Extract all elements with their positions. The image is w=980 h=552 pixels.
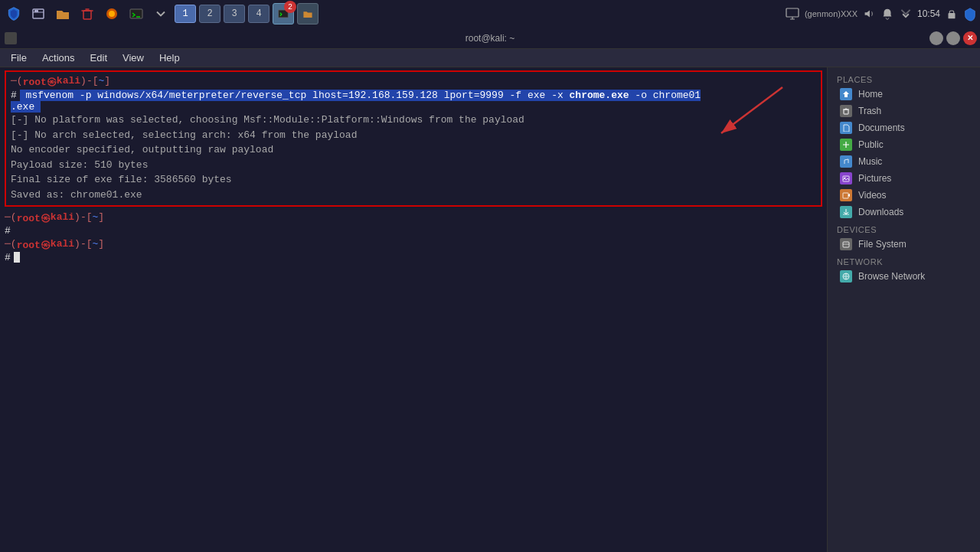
sidebar-item-public[interactable]: Public [828, 136, 980, 153]
taskbar: 1 2 3 4 2 (genmon)XXX 10:54 [0, 0, 980, 28]
sidebar-item-documents[interactable]: Documents [828, 119, 980, 136]
lock-icon[interactable] [945, 7, 959, 21]
workspace-4-button[interactable]: 4 [248, 5, 270, 23]
svg-rect-2 [83, 11, 91, 19]
svg-rect-12 [844, 109, 848, 114]
window-controls: ✕ [929, 31, 977, 45]
pictures-icon [840, 172, 852, 185]
svg-point-4 [109, 11, 115, 17]
home-icon [840, 88, 852, 100]
documents-icon [840, 122, 852, 134]
sidebar-item-filesystem[interactable]: File System [828, 236, 980, 253]
filesystem-icon [840, 238, 852, 250]
menu-file[interactable]: File [5, 51, 33, 65]
trash-icon[interactable] [77, 3, 98, 24]
terminal-main[interactable]: ─ (root㉿kali) - [~] # msfvenom -p window… [0, 67, 827, 552]
trash-sidebar-icon [840, 105, 852, 117]
terminal-badge: 2 [284, 1, 296, 13]
svg-rect-15 [843, 193, 848, 198]
sidebar-item-trash[interactable]: Trash [828, 103, 980, 119]
notification-icon[interactable] [880, 7, 894, 21]
menu-actions[interactable]: Actions [36, 51, 81, 65]
minimize-button[interactable] [929, 31, 943, 45]
terminal-window: root@kali: ~ ✕ File Actions Edit View He… [0, 28, 980, 552]
prompt-line-2: ─ (root㉿kali) - [~] [5, 211, 822, 225]
workspace-3-button[interactable]: 3 [224, 5, 245, 23]
menu-view[interactable]: View [116, 51, 150, 65]
user-info: (genmon)XXX [805, 9, 858, 18]
output-final-size: Final size of exe file: 3586560 bytes [11, 172, 816, 188]
second-terminal-block: ─ (root㉿kali) - [~] # [5, 211, 822, 237]
sidebar-item-home[interactable]: Home [828, 86, 980, 103]
terminal-content: ─ (root㉿kali) - [~] # msfvenom -p window… [0, 67, 980, 552]
devices-section: Devices File System [828, 224, 980, 253]
network-title: Network [828, 256, 980, 268]
msfvenom-command: msfvenom -p windows/x64/meterpreter/reve… [20, 90, 701, 101]
sidebar-item-downloads[interactable]: Downloads [828, 204, 980, 220]
network-section: Network Browse Network [828, 256, 980, 285]
downloads-icon [840, 206, 852, 218]
places-section: Places Home Trash Do [828, 73, 980, 220]
title-bar: root@kali: ~ ✕ [0, 28, 980, 49]
command-cont: .exe [11, 101, 41, 113]
command-line: # msfvenom -p windows/x64/meterpreter/re… [11, 90, 816, 101]
third-terminal-block: ─ (root㉿kali) - [~] # [5, 238, 822, 263]
svg-rect-7 [786, 8, 799, 17]
network-browse-icon [840, 270, 852, 283]
menu-help[interactable]: Help [153, 51, 186, 65]
menu-bar: File Actions Edit View Help [0, 49, 980, 67]
sidebar-item-videos[interactable]: Videos [828, 187, 980, 204]
clock: 10:54 [917, 8, 940, 19]
file-manager-sidebar: Places Home Trash Do [827, 67, 980, 552]
output-arch: [-] No arch selected, selecting arch: x6… [11, 128, 816, 143]
svg-rect-8 [949, 13, 956, 18]
window-title: root@kali: ~ [466, 33, 515, 44]
output-encoder: No encoder specified, outputting raw pay… [11, 142, 816, 158]
output-payload-size: Payload size: 510 bytes [11, 158, 816, 173]
menu-edit[interactable]: Edit [84, 51, 113, 65]
command-continuation: .exe [11, 101, 816, 113]
devices-title: Devices [828, 224, 980, 236]
music-icon [840, 155, 852, 168]
places-title: Places [828, 73, 980, 86]
firefox-icon[interactable] [101, 3, 122, 24]
files-icon[interactable] [28, 3, 49, 24]
folder-icon[interactable] [52, 3, 74, 24]
terminal-icon[interactable] [126, 3, 147, 24]
kali-menu-icon[interactable] [3, 3, 24, 24]
display-icon[interactable] [785, 6, 800, 21]
workspace-1-button[interactable]: 1 [175, 5, 196, 23]
volume-icon[interactable] [862, 7, 876, 21]
prompt-line-3: ─ (root㉿kali) - [~] [5, 238, 822, 252]
close-button[interactable]: ✕ [963, 31, 977, 45]
sidebar-item-pictures[interactable]: Pictures [828, 170, 980, 187]
active-prompt[interactable]: # [5, 252, 822, 263]
highlighted-command-block: ─ (root㉿kali) - [~] # msfvenom -p window… [5, 70, 822, 207]
videos-icon [840, 189, 852, 201]
terminal-cursor [14, 252, 20, 263]
svg-rect-16 [843, 242, 849, 247]
files-taskbar-item[interactable] [297, 3, 318, 24]
system-tray: (genmon)XXX 10:54 [785, 6, 977, 21]
prompt-line-1: ─ (root㉿kali) - [~] [11, 75, 816, 89]
sidebar-item-browse-network[interactable]: Browse Network [828, 268, 980, 285]
prompt-hash-2: # [5, 225, 822, 237]
output-saved: Saved as: chrome01.exe [11, 188, 816, 203]
terminal-title-icon [5, 32, 17, 44]
output-platform: [-] No platform was selected, choosing M… [11, 113, 816, 128]
public-icon [840, 139, 852, 151]
maximize-button[interactable] [946, 31, 960, 45]
sidebar-item-music[interactable]: Music [828, 153, 980, 170]
workspace-2-button[interactable]: 2 [199, 5, 220, 23]
kali-small-icon[interactable] [963, 7, 977, 21]
network-icon[interactable] [899, 7, 913, 21]
apps-dropdown-icon[interactable] [150, 3, 172, 24]
svg-rect-1 [34, 10, 38, 12]
terminal-taskbar-item[interactable]: 2 [273, 3, 294, 24]
